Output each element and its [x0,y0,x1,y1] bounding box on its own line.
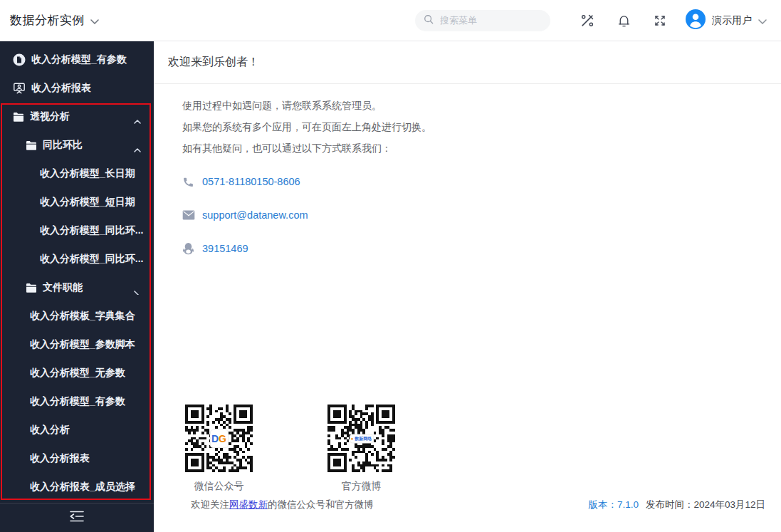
avatar [686,9,706,32]
sidebar-item[interactable]: 收入分析模板_字典集合 [0,302,154,330]
welcome-bar: 欢迎来到乐创者！ [154,41,781,84]
sidebar-item-label: 收入分析模型_有参数 [30,395,125,408]
folder-icon [13,112,24,122]
qr-code-row: DG微信公众号● 数新网络官方微博 [185,405,395,493]
info-paragraph: 如有其他疑问，也可以通过以下方式联系我们： [182,137,781,159]
menu-fold-icon [69,511,85,525]
sidebar-item-label: 收入分析报表 [30,452,90,465]
sidebar-item-label: 文件职能 [43,281,83,294]
sidebar-menu: 收入分析模型_有参数收入分析报表透视分析同比环比收入分析模型_长日期收入分析模型… [0,41,154,501]
qr-label: 微信公众号 [185,480,253,493]
sidebar-item-label: 收入分析模板_字典集合 [30,310,135,323]
app-switcher[interactable]: 数据分析实例 [10,12,99,28]
info-paragraph: 使用过程中如遇问题，请您联系系统管理员。 [182,95,781,116]
report-screen-icon [13,82,26,95]
phone-icon [182,176,198,188]
sidebar-collapse-button[interactable] [0,503,154,532]
sidebar-item[interactable]: 同比环比 [0,131,154,160]
qr-label: 官方微博 [327,480,395,493]
contact-link[interactable]: 39151469 [202,243,248,254]
footer-row: 欢迎关注网盛数新的微信公众号和官方微博 版本：7.1.0发布时间：2024年03… [191,499,765,511]
footer-suffix: 的微信公众号和官方微博 [268,499,374,510]
user-name: 演示用户 [712,14,752,27]
model-doc-icon [13,53,26,66]
sidebar-item-label: 收入分析模型_有参数 [31,53,127,66]
folder-icon [26,283,37,293]
sidebar-item[interactable]: 收入分析报表 [0,444,154,473]
sidebar-item[interactable]: 收入分析模型_长日期 [0,160,154,188]
company-link[interactable]: 网盛数新 [229,499,268,510]
notification-bell-icon[interactable] [615,12,632,29]
fullscreen-icon[interactable] [651,12,669,29]
sidebar-item-label: 收入分析模型_短日期 [40,196,135,209]
sidebar-item-label: 收入分析模型_长日期 [40,167,135,180]
footer-follow-text: 欢迎关注网盛数新的微信公众号和官方微博 [191,499,374,511]
version-label: 版本：7.1.0 [588,499,639,510]
qr-center-logo: ● 数新网络 [350,434,374,443]
chevron-up-icon[interactable] [134,115,141,126]
info-paragraph: 如果您的系统有多个应用，可在页面左上角处进行切换。 [182,116,781,137]
contact-row: 39151469 [182,241,781,256]
sidebar-item[interactable]: 收入分析模型_同比环... [0,217,154,245]
release-date-label: 发布时间：2024年03月12日 [646,499,765,510]
qr-center-logo: DG [210,429,229,448]
app-title: 数据分析实例 [10,12,85,28]
sidebar-item-label: 收入分析模型_同比环... [40,224,143,237]
sidebar-item-label: 收入分析报表 [31,82,91,95]
contact-link[interactable]: support@datanew.com [202,209,308,221]
chevron-down-icon [90,14,99,27]
contact-row: support@datanew.com [182,208,781,222]
chevron-up-icon[interactable] [134,143,141,155]
chevron-down-icon [758,14,767,27]
sidebar: 收入分析模型_有参数收入分析报表透视分析同比环比收入分析模型_长日期收入分析模型… [0,41,154,532]
mail-icon [182,210,198,220]
sidebar-item-label: 同比环比 [43,139,83,152]
sidebar-item-label: 收入分析报表_成员选择 [30,481,135,494]
chevron-down-icon[interactable] [134,286,141,297]
theme-tools-icon[interactable] [579,12,596,29]
sidebar-item[interactable]: 收入分析模型_同比环... [0,245,154,273]
sidebar-item-label: 收入分析模型_同比环... [40,253,143,266]
sidebar-item[interactable]: 收入分析模型_无参数 [0,359,154,387]
qr-image: ● 数新网络 [327,405,395,472]
sidebar-item[interactable]: 收入分析 [0,416,154,444]
sidebar-item-label: 收入分析 [30,424,70,437]
sidebar-item-label: 收入分析模型_无参数 [30,367,125,380]
sidebar-item[interactable]: 收入分析报表 [0,74,154,103]
main-content: 欢迎来到乐创者！ 使用过程中如遇问题，请您联系系统管理员。 如果您的系统有多个应… [154,41,781,532]
footer-prefix: 欢迎关注 [191,499,229,510]
search-input[interactable] [439,14,545,26]
contact-list: 0571-81180150-8606support@datanew.com391… [182,174,781,256]
sidebar-item[interactable]: 收入分析模型_参数脚本 [0,330,154,359]
qr-code: DG微信公众号 [185,405,253,493]
sidebar-item-label: 透视分析 [30,110,70,123]
contact-row: 0571-81180150-8606 [182,174,781,189]
sidebar-item[interactable]: 收入分析模型_有参数 [0,387,154,416]
qr-code: ● 数新网络官方微博 [327,405,395,493]
menu-search[interactable] [415,10,550,31]
content-body: 使用过程中如遇问题，请您联系系统管理员。 如果您的系统有多个应用，可在页面左上角… [154,84,781,532]
sidebar-item[interactable]: 收入分析模型_短日期 [0,188,154,217]
sidebar-item[interactable]: 收入分析模型_有参数 [0,46,154,74]
version-info: 版本：7.1.0发布时间：2024年03月12日 [588,499,765,511]
sidebar-item[interactable]: 透视分析 [0,103,154,131]
sidebar-item-label: 收入分析模型_参数脚本 [30,338,135,351]
qq-icon [182,242,198,255]
qr-image: DG [185,405,253,472]
folder-icon [26,140,37,150]
user-menu[interactable]: 演示用户 [686,9,767,32]
sidebar-item[interactable]: 文件职能 [0,273,154,302]
welcome-title: 欢迎来到乐创者！ [168,55,259,70]
top-header: 数据分析实例 演示用户 [0,0,781,41]
search-icon [424,14,434,27]
sidebar-item[interactable]: 收入分析报表_成员选择 [0,473,154,501]
contact-link[interactable]: 0571-81180150-8606 [202,176,300,187]
